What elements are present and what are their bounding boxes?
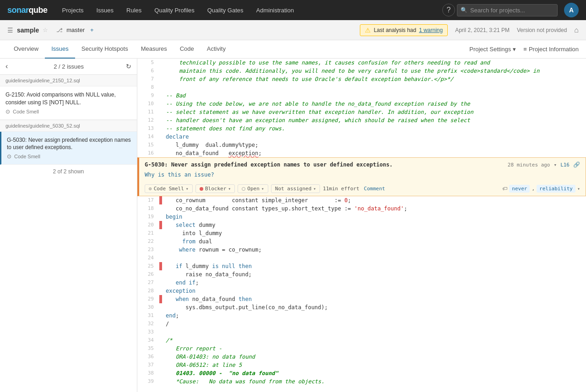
table-row: 29 when no_data_found then [137,295,586,303]
tag-pill-never[interactable]: never [509,185,530,193]
logo-text: sonarqube [7,5,48,15]
warning-link[interactable]: 1 warning [419,27,443,33]
line-number: 10 [137,100,159,108]
line-content: co_rownum constant simple_integer := 0; [162,196,586,204]
line-content: where rownum = co_rownum; [162,246,586,254]
line-content: maintain this code. Additionally, you wi… [162,67,586,75]
comment-button[interactable]: Comment [364,186,385,192]
issue-type-g2150: Code Smell [13,109,39,114]
logo[interactable]: sonarqube [7,5,48,15]
issue-meta-g2150: ⊙ Code Smell [5,108,131,115]
line-content: l_dummy dual.dummy%type; [162,141,586,149]
refresh-button[interactable]: ↻ [126,63,131,70]
info-icon: ≡ [523,46,527,53]
project-settings-button[interactable]: Project Settings ▾ [469,46,516,53]
line-number: 11 [137,108,159,116]
table-row: 18 co_no_data_found constant types_up.sh… [137,204,586,213]
version-text: Version not provided [517,27,567,33]
line-content: into l_dummy [162,229,586,237]
line-number: 5 [137,59,159,67]
table-row: 28 exception [137,287,586,295]
issue-count: 2 / 2 issues [11,63,126,70]
smell-icon-1: ⊙ [5,108,10,115]
tab-overview[interactable]: Overview [7,40,45,59]
type-label: Code Smell [154,186,184,192]
table-row: 11 -- select statement as we have overwr… [137,108,586,116]
project-info-button[interactable]: ≡ Project Information [523,46,579,53]
status-chevron-icon: ▾ [261,186,264,191]
assignee-badge[interactable]: Not assigned ▾ [271,184,320,193]
branch-name: master [66,27,85,33]
back-button[interactable]: ‹ [5,62,8,70]
tab-activity[interactable]: Activity [201,40,232,59]
home-icon[interactable]: ⌂ [574,26,579,34]
nav-quality-gates[interactable]: Quality Gates [202,0,249,20]
table-row: 9 -- Bad [137,91,586,100]
table-row: 8 [137,83,586,91]
status-badge[interactable]: Open ▾ [238,184,268,193]
line-content: Error report - [162,344,586,353]
line-content: when no_data_found then [162,295,586,303]
line-content: raise no_data_found; [162,270,586,279]
table-row: 32 / [137,320,586,328]
issue-card-g2150[interactable]: G-2150: Avoid comparisons with NULL valu… [0,86,137,120]
tab-issues[interactable]: Issues [45,40,75,59]
branch-add-button[interactable]: + [90,27,94,33]
line-content: end; [162,311,586,320]
project-icon: ☰ [7,27,13,34]
table-row: 21 into l_dummy [137,229,586,237]
table-row: 17 co_rownum constant simple_integer := … [137,196,586,204]
effort-label: 11min effort [323,186,359,192]
search-input[interactable] [457,4,558,16]
line-content: if l_dummy is null then [162,262,586,270]
line-content: exception [162,287,586,295]
project-name[interactable]: sample [17,27,39,34]
severity-label: Blocker [205,186,226,192]
tab-security-hotspots[interactable]: Security Hotspots [75,40,135,59]
table-row: 34 /* [137,336,586,344]
warning-icon: ⚠ [365,27,371,34]
avatar[interactable]: A [564,3,579,17]
line-number: 20 [137,221,159,229]
tag-pill-reliability[interactable]: reliability [537,185,575,193]
nav-projects[interactable]: Projects [57,0,89,20]
tab-code[interactable]: Code [174,40,201,59]
table-row: 38 01403. 00000 - "no data found" [137,369,586,377]
line-number: 17 [137,196,159,204]
code-viewer: 5 technically possible to use the same n… [137,59,586,392]
line-number: 30 [137,303,159,311]
issue-file-2: guidelines/guideline_5030_52.sql [0,120,137,132]
annotation-time-chevron: ▾ [554,162,557,168]
table-row: 15 l_dummy dual.dummy%type; [137,141,586,149]
line-content: -- Using the code below, we are not able… [162,100,586,108]
issue-group-1: guidelines/guideline_2150_12.sql G-2150:… [0,75,137,120]
issue-title-g2150: G-2150: Avoid comparisons with NULL valu… [5,91,131,107]
table-row: 16 no_data_found exception; [137,149,586,157]
why-issue-link[interactable]: Why is this an issue? [145,172,214,178]
help-button[interactable]: ? [442,4,455,16]
severity-badge[interactable]: Blocker ▾ [195,184,235,193]
nav-rules[interactable]: Rules [121,0,147,20]
line-content: -- handler doesn't have an exception num… [162,116,586,124]
table-row: 31 end; [137,311,586,320]
nav-quality-profiles[interactable]: Quality Profiles [149,0,200,20]
line-number: 21 [137,229,159,237]
table-row: 26 raise no_data_found; [137,270,586,279]
status-label: Open [247,186,260,192]
table-row: 24 [137,254,586,262]
annotation-line[interactable]: L16 [560,162,570,168]
type-badge[interactable]: ⊙ Code Smell ▾ [145,184,193,193]
line-number: 34 [137,336,159,344]
annotation-why: Why is this an issue? [139,172,586,182]
annotation-link-icon[interactable]: 🔗 [573,161,580,168]
annotation-title: G-5030: Never assign predefined exceptio… [145,161,504,168]
tab-measures[interactable]: Measures [135,40,174,59]
issue-type-g5030: Code Smell [14,154,40,159]
warning-badge: ⚠ Last analysis had 1 warning [360,24,448,36]
nav-issues[interactable]: Issues [91,0,119,20]
star-icon[interactable]: ☆ [43,27,48,33]
nav-administration[interactable]: Administration [251,0,299,20]
table-row: 13 -- statement does not find any rows. [137,124,586,133]
issue-card-g5030[interactable]: G-5030: Never assign predefined exceptio… [0,132,137,165]
line-number: 13 [137,124,159,133]
